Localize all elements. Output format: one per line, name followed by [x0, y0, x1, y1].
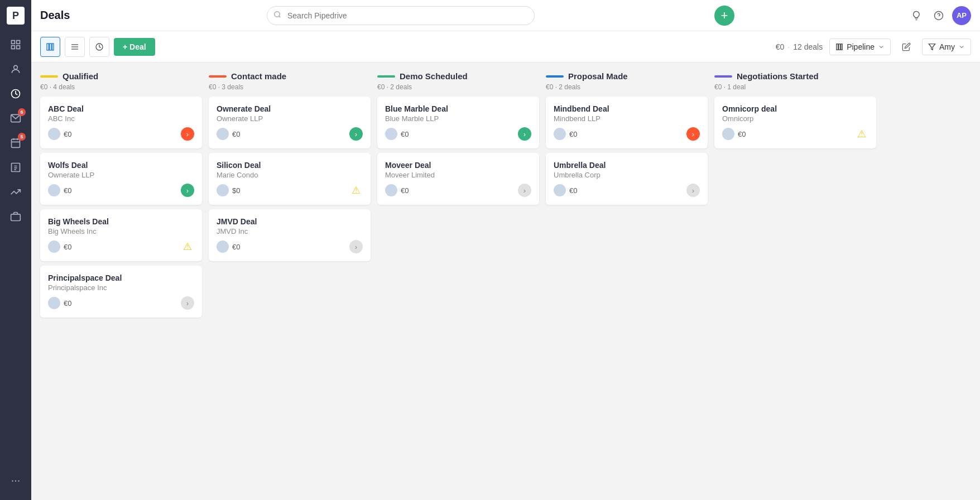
- deal-amount-row-bigwheels: €0: [48, 241, 71, 253]
- deal-footer-principalspace: €0 ›: [48, 296, 194, 310]
- deal-card-bluemarble[interactable]: Blue Marble Deal Blue Marble LLP €0 ›: [377, 97, 539, 148]
- sidebar-item-more[interactable]: ···: [4, 469, 27, 491]
- deal-status-umbrella[interactable]: ›: [686, 184, 700, 197]
- deal-status-silicon[interactable]: ⚠: [349, 184, 363, 197]
- column-accent-demo-scheduled: [377, 75, 395, 78]
- add-button[interactable]: +: [714, 6, 734, 26]
- sidebar-item-projects[interactable]: [4, 205, 27, 228]
- search-bar: [267, 6, 535, 25]
- column-title-proposal-made: Proposal Made: [568, 71, 628, 81]
- svg-rect-9: [11, 214, 21, 221]
- main-content: Deals + AP + Deal: [31, 0, 980, 500]
- deal-status-abc[interactable]: ›: [181, 127, 194, 141]
- deal-amount-row-mindbend: €0: [554, 128, 577, 140]
- deals-summary: €0 · 12 deals: [776, 42, 823, 51]
- deal-name-abc: ABC Deal: [48, 104, 194, 113]
- deal-status-jmvd[interactable]: ›: [349, 240, 363, 253]
- deal-card-wolfs[interactable]: Wolfs Deal Ownerate LLP €0 ›: [40, 153, 202, 205]
- deal-avatar-abc: [48, 128, 60, 140]
- deal-footer-abc: €0 ›: [48, 127, 194, 141]
- sidebar-item-contacts[interactable]: [4, 58, 27, 80]
- deal-card-bigwheels[interactable]: Big Wheels Deal Big Wheels Inc €0 ⚠: [40, 209, 202, 261]
- deal-card-umbrella[interactable]: Umbrella Deal Umbrella Corp €0 ›: [546, 153, 708, 205]
- deal-footer-umbrella: €0 ›: [554, 184, 700, 197]
- deal-card-mindbend[interactable]: Mindbend Deal Mindbend LLP €0 ›: [546, 97, 708, 148]
- deal-status-bluemarble[interactable]: ›: [518, 127, 531, 141]
- app-logo[interactable]: P: [7, 7, 25, 25]
- column-proposal-made: Proposal Made €0 · 2 deals Mindbend Deal…: [546, 71, 708, 209]
- deal-avatar-mindbend: [554, 128, 566, 140]
- deal-amount-row-abc: €0: [48, 128, 71, 140]
- deal-card-ownerate[interactable]: Ownerate Deal Ownerate LLP €0 ›: [209, 97, 371, 148]
- kanban-view-btn[interactable]: [40, 37, 60, 57]
- deal-card-jmvd[interactable]: JMVD Deal JMVD Inc €0 ›: [209, 209, 371, 261]
- add-deal-button[interactable]: + Deal: [114, 38, 155, 56]
- deal-status-omnicorp[interactable]: ⚠: [855, 127, 868, 141]
- column-negotiations-started: Negotiations Started €0 · 1 deal Omnicor…: [714, 71, 876, 153]
- deal-card-silicon[interactable]: Silicon Deal Marie Condo $0 ⚠: [209, 153, 371, 205]
- deal-amount-row-moveer: €0: [385, 184, 409, 196]
- lightbulb-icon-btn[interactable]: [907, 7, 925, 25]
- deal-card-moveer[interactable]: Moveer Deal Moveer Limited €0 ›: [377, 153, 539, 205]
- deal-amount-silicon: $0: [232, 186, 240, 195]
- search-input[interactable]: [267, 6, 535, 25]
- deal-name-principalspace: Principalspace Deal: [48, 273, 194, 282]
- sidebar-item-deals[interactable]: [4, 83, 27, 105]
- deal-amount-row-jmvd: €0: [217, 241, 240, 253]
- help-icon-btn[interactable]: [930, 7, 948, 25]
- deal-company-wolfs: Ownerate LLP: [48, 171, 194, 179]
- svg-rect-21: [841, 44, 842, 50]
- svg-rect-2: [12, 46, 15, 49]
- deal-avatar-ownerate: [217, 128, 229, 140]
- deal-status-bigwheels[interactable]: ⚠: [181, 240, 194, 253]
- svg-marker-22: [929, 44, 935, 50]
- deal-footer-omnicorp: €0 ⚠: [722, 127, 868, 141]
- sidebar-item-reports[interactable]: [4, 156, 27, 179]
- svg-rect-19: [837, 44, 838, 50]
- deal-card-omnicorp[interactable]: Omnicorp deal Omnicorp €0 ⚠: [714, 97, 876, 148]
- deal-company-umbrella: Umbrella Corp: [554, 171, 700, 179]
- column-header-negotiations-started: Negotiations Started €0 · 1 deal: [714, 71, 876, 91]
- deal-card-principalspace[interactable]: Principalspace Deal Principalspace Inc €…: [40, 266, 202, 318]
- column-title-contact-made: Contact made: [231, 71, 286, 81]
- svg-rect-3: [17, 46, 20, 49]
- deal-footer-mindbend: €0 ›: [554, 127, 700, 141]
- deal-footer-moveer: €0 ›: [385, 184, 531, 197]
- topbar: Deals + AP: [31, 0, 980, 31]
- deal-status-ownerate[interactable]: ›: [349, 127, 363, 141]
- deal-company-bigwheels: Big Wheels Inc: [48, 227, 194, 235]
- column-demo-scheduled: Demo Scheduled €0 · 2 deals Blue Marble …: [377, 71, 539, 209]
- sidebar-item-home[interactable]: [4, 33, 27, 56]
- svg-rect-14: [52, 44, 54, 50]
- deal-avatar-principalspace: [48, 297, 60, 309]
- forecast-view-btn[interactable]: [89, 37, 109, 57]
- deal-amount-umbrella: €0: [569, 186, 577, 195]
- sidebar-item-analytics[interactable]: [4, 181, 27, 203]
- deal-company-jmvd: JMVD Inc: [217, 227, 363, 235]
- summary-amount: €0: [776, 42, 785, 51]
- svg-point-10: [275, 12, 280, 17]
- column-title-qualified: Qualified: [63, 71, 98, 81]
- pipeline-selector[interactable]: Pipeline: [829, 39, 891, 55]
- sidebar-item-mail[interactable]: 6: [4, 107, 27, 129]
- column-header-demo-scheduled: Demo Scheduled €0 · 2 deals: [377, 71, 539, 91]
- deal-status-wolfs[interactable]: ›: [181, 184, 194, 197]
- deal-company-mindbend: Mindbend LLP: [554, 114, 700, 123]
- svg-rect-12: [47, 44, 49, 50]
- filter-amy-btn[interactable]: Amy: [922, 39, 971, 55]
- column-meta-proposal-made: €0 · 2 deals: [546, 83, 708, 91]
- calendar-badge: 5: [18, 133, 26, 141]
- sidebar-item-calendar[interactable]: 5: [4, 132, 27, 154]
- edit-pipeline-btn[interactable]: [897, 38, 915, 56]
- column-title-demo-scheduled: Demo Scheduled: [400, 71, 468, 81]
- summary-count: 12 deals: [793, 42, 823, 51]
- deal-company-bluemarble: Blue Marble LLP: [385, 114, 531, 123]
- deal-status-mindbend[interactable]: ›: [686, 127, 700, 141]
- deal-card-abc[interactable]: ABC Deal ABC Inc €0 ›: [40, 97, 202, 148]
- column-meta-demo-scheduled: €0 · 2 deals: [377, 83, 539, 91]
- user-avatar[interactable]: AP: [952, 6, 971, 25]
- list-view-btn[interactable]: [65, 37, 85, 57]
- deal-footer-wolfs: €0 ›: [48, 184, 194, 197]
- deal-status-moveer[interactable]: ›: [518, 184, 531, 197]
- deal-status-principalspace[interactable]: ›: [181, 296, 194, 310]
